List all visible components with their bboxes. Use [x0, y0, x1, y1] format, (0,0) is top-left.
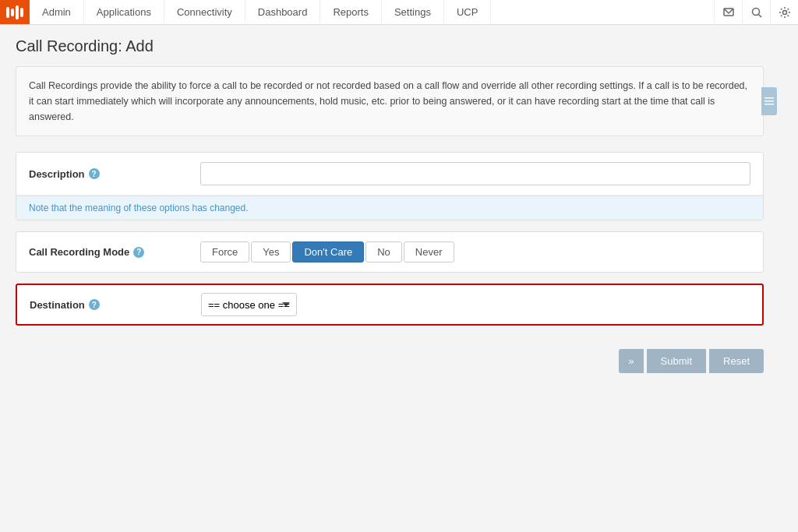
- note-row: Note that the meaning of these options h…: [16, 196, 763, 220]
- arrow-button[interactable]: »: [619, 349, 643, 373]
- page-content: Call Recording: Add Call Recordings prov…: [0, 25, 779, 398]
- page-title: Call Recording: Add: [16, 37, 764, 55]
- note-text: Note that the meaning of these options h…: [29, 203, 249, 213]
- nav-settings[interactable]: Settings: [382, 0, 444, 24]
- description-row: Description ?: [16, 153, 763, 196]
- destination-help-icon[interactable]: ?: [89, 299, 100, 310]
- notification-icon[interactable]: [714, 0, 742, 25]
- description-section: Description ? Note that the meaning of t…: [16, 152, 764, 220]
- info-toggle-btn[interactable]: [761, 87, 777, 115]
- nav-utility-icons: [714, 0, 798, 24]
- settings-icon[interactable]: [770, 0, 798, 25]
- nav-applications[interactable]: Applications: [84, 0, 164, 24]
- bottom-actions: » Submit Reset: [16, 336, 764, 386]
- destination-control: == choose one ==: [201, 293, 750, 316]
- recording-mode-help-icon[interactable]: ?: [133, 247, 144, 258]
- destination-label: Destination ?: [30, 299, 201, 311]
- svg-point-1: [752, 8, 759, 15]
- brand-waves-icon: [6, 5, 23, 19]
- svg-rect-6: [764, 104, 774, 105]
- info-text: Call Recordings provide the ability to f…: [29, 80, 747, 122]
- top-navbar: Admin Applications Connectivity Dashboar…: [0, 0, 798, 25]
- mode-force-btn[interactable]: Force: [200, 241, 249, 262]
- recording-mode-section: Call Recording Mode ? Force Yes Don't Ca…: [16, 231, 764, 273]
- destination-row: Destination ? == choose one ==: [17, 285, 762, 324]
- recording-mode-control: Force Yes Don't Care No Never: [200, 241, 750, 262]
- search-icon[interactable]: [742, 0, 770, 25]
- main-wrapper: Call Recording: Add Call Recordings prov…: [0, 25, 798, 532]
- reset-button[interactable]: Reset: [709, 349, 764, 373]
- nav-dashboard[interactable]: Dashboard: [245, 0, 321, 24]
- nav-items: Admin Applications Connectivity Dashboar…: [30, 0, 714, 24]
- svg-point-3: [782, 10, 786, 14]
- description-input[interactable]: [200, 162, 750, 185]
- mode-never-btn[interactable]: Never: [404, 241, 454, 262]
- nav-admin[interactable]: Admin: [30, 0, 84, 24]
- destination-section: Destination ? == choose one ==: [16, 284, 764, 326]
- brand-logo[interactable]: [0, 0, 30, 24]
- svg-rect-4: [764, 97, 774, 99]
- info-box: Call Recordings provide the ability to f…: [16, 66, 764, 136]
- recording-mode-btn-group: Force Yes Don't Care No Never: [200, 241, 750, 262]
- description-control: [200, 162, 750, 185]
- mode-yes-btn[interactable]: Yes: [251, 241, 291, 262]
- description-help-icon[interactable]: ?: [89, 168, 100, 179]
- submit-button[interactable]: Submit: [647, 349, 706, 373]
- info-section: Call Recordings provide the ability to f…: [16, 66, 764, 136]
- recording-mode-row: Call Recording Mode ? Force Yes Don't Ca…: [16, 232, 763, 272]
- nav-reports[interactable]: Reports: [320, 0, 382, 24]
- svg-line-2: [758, 14, 761, 17]
- mode-dontcare-btn[interactable]: Don't Care: [292, 241, 364, 262]
- destination-select[interactable]: == choose one ==: [201, 293, 297, 316]
- svg-rect-5: [764, 100, 774, 102]
- mode-no-btn[interactable]: No: [365, 241, 402, 262]
- nav-connectivity[interactable]: Connectivity: [164, 0, 245, 24]
- recording-mode-label: Call Recording Mode ?: [29, 246, 200, 258]
- description-label: Description ?: [29, 168, 200, 180]
- nav-ucp[interactable]: UCP: [444, 0, 491, 24]
